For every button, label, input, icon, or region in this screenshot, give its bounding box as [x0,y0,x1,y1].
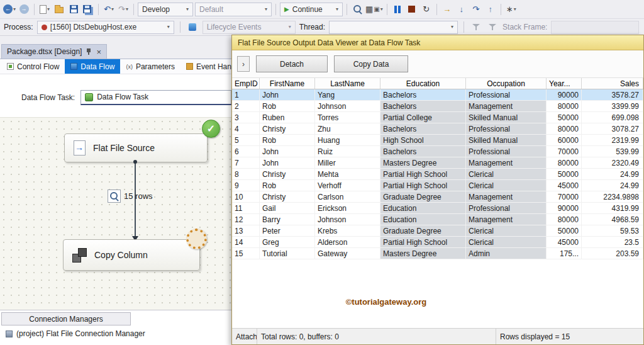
table-cell[interactable]: 2234.9898 [582,191,643,202]
table-cell[interactable]: Torres [315,112,380,123]
table-cell[interactable]: 90000 [547,89,582,100]
table-cell[interactable]: Bachelors [380,146,466,157]
stop-button[interactable] [406,3,418,16]
table-cell[interactable]: 80000 [547,123,582,134]
table-cell[interactable]: High School [380,135,466,145]
column-header[interactable]: FirstName [260,78,315,89]
table-cell[interactable]: 539.99 [582,146,643,157]
table-cell[interactable]: 24.99 [582,180,643,191]
table-cell[interactable]: 3399.99 [582,101,643,111]
table-cell[interactable]: Christy [260,191,315,202]
table-cell[interactable]: Johnson [315,101,380,111]
table-cell[interactable]: Skilled Manual [466,135,547,145]
table-cell[interactable]: 23.5 [582,237,643,247]
process-dropdown[interactable]: [1560] DtsDebugHost.exe ▾ [37,21,174,34]
table-cell[interactable]: Admin [466,248,547,259]
table-cell[interactable]: 45000 [547,180,582,191]
table-cell[interactable]: John [260,89,315,100]
table-cell[interactable]: Rob [260,135,315,145]
copy-data-button[interactable]: Copy Data [334,55,408,72]
table-cell[interactable]: Huang [315,135,380,145]
solution-configurations-dropdown[interactable]: Develop ▾ [138,3,193,16]
table-cell[interactable]: Professional [466,203,547,213]
table-cell[interactable]: 1 [232,89,260,100]
table-cell[interactable]: Bachelors [380,101,466,111]
filter-frames-button[interactable] [486,20,499,34]
table-cell[interactable]: 175... [547,248,582,259]
table-cell[interactable]: 59.53 [582,225,643,236]
new-file-button[interactable]: ▾ [38,3,51,16]
table-cell[interactable]: Clerical [466,169,547,179]
continue-button[interactable]: ▶ Continue ▾ [280,3,343,16]
table-cell[interactable]: 4 [232,123,260,134]
table-row[interactable]: 15TutorialGatewayMasters DegreeAdmin175.… [232,248,643,259]
lifecycle-icon-button[interactable] [186,20,199,34]
table-cell[interactable]: Professional [466,89,547,100]
table-cell[interactable]: Clerical [466,225,547,236]
table-cell[interactable]: 10 [232,191,260,202]
flat-file-source-node[interactable]: Flat File Source [64,133,208,162]
table-cell[interactable]: Krebs [315,225,380,236]
save-button[interactable] [67,3,80,16]
close-icon[interactable]: × [96,48,101,56]
table-cell[interactable]: 13 [232,225,260,236]
table-cell[interactable]: Management [466,157,547,168]
table-cell[interactable]: Yang [315,89,380,100]
table-cell[interactable]: 50000 [547,169,582,179]
undo-button[interactable]: ↶ ▾ [103,3,115,16]
column-header[interactable]: LastName [315,78,380,89]
tab-parameters[interactable]: (x) Parameters [120,59,180,74]
column-header[interactable]: Occupation [466,78,547,89]
table-cell[interactable]: 80000 [547,157,582,168]
connection-manager-item[interactable]: (project) Flat File Connection Manager [6,329,145,338]
pause-button[interactable] [391,3,404,16]
table-cell[interactable]: 9 [232,180,260,191]
table-cell[interactable]: Education [380,214,466,225]
navigate-backward-button[interactable]: ← ▾ [3,3,16,16]
table-cell[interactable]: Management [466,191,547,202]
table-cell[interactable]: John [260,146,315,157]
table-cell[interactable]: Professional [466,146,547,157]
thread-dropdown[interactable]: ▾ [329,21,458,34]
document-tab[interactable]: Package.dtsx [Design] × [1,44,107,59]
table-row[interactable]: 5RobHuangHigh SchoolSkilled Manual600002… [232,135,643,146]
table-cell[interactable]: 2 [232,101,260,111]
tab-control-flow[interactable]: Control Flow [1,59,65,74]
step-out-button[interactable]: ↑ [484,3,497,16]
table-cell[interactable]: 60000 [547,135,582,145]
save-all-button[interactable] [82,3,94,16]
table-cell[interactable]: Carlson [315,191,380,202]
data-viewer-attached-button[interactable] [108,189,121,203]
column-header[interactable]: EmpID [232,78,260,89]
expander-button[interactable]: › [237,56,250,72]
table-row[interactable]: 7JohnMillerMasters DegreeManagement80000… [232,157,643,169]
navigate-forward-button[interactable]: → [18,3,30,16]
column-header[interactable]: Sales [582,78,643,89]
table-cell[interactable]: Miller [315,157,380,168]
table-cell[interactable]: Gail [260,203,315,213]
table-cell[interactable]: 12 [232,214,260,225]
table-cell[interactable]: Skilled Manual [466,112,547,123]
table-cell[interactable]: 3578.27 [582,89,643,100]
table-cell[interactable]: 2320.49 [582,157,643,168]
table-row[interactable]: 1JohnYangBachelorsProfessional900003578.… [232,89,643,101]
solution-platforms-dropdown[interactable]: Default ▾ [195,3,272,16]
table-cell[interactable]: Erickson [315,203,380,213]
flag-threads-button[interactable] [470,20,482,34]
table-cell[interactable]: Greg [260,237,315,247]
table-row[interactable]: 14GregAldersonPartial High SchoolClerica… [232,237,643,248]
table-cell[interactable]: Partial High School [380,169,466,179]
table-cell[interactable]: Gateway [315,248,380,259]
table-cell[interactable]: Verhoff [315,180,380,191]
table-cell[interactable]: Christy [260,169,315,179]
table-cell[interactable]: Zhu [315,123,380,134]
table-cell[interactable]: Ruiz [315,146,380,157]
table-row[interactable]: 11GailEricksonEducationProfessional90000… [232,203,643,214]
table-cell[interactable]: Rob [260,180,315,191]
table-cell[interactable]: 15 [232,248,260,259]
table-cell[interactable]: Graduate Degree [380,191,466,202]
table-cell[interactable]: Management [466,214,547,225]
table-cell[interactable]: 699.098 [582,112,643,123]
table-cell[interactable]: Professional [466,123,547,134]
table-cell[interactable]: 50000 [547,112,582,123]
